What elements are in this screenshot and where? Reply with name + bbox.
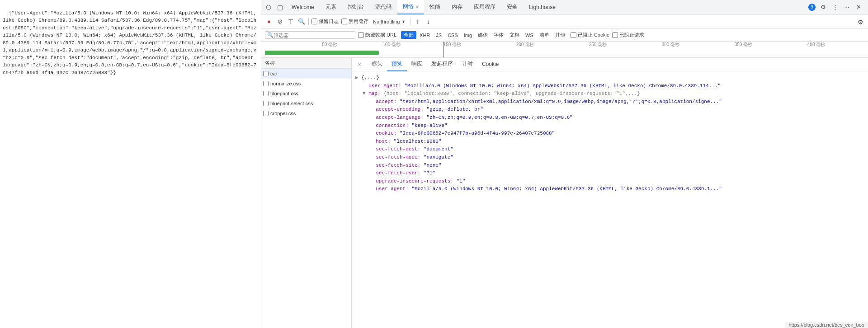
- search-button[interactable]: 🔍: [297, 18, 306, 26]
- tab-welcome[interactable]: Welcome: [286, 0, 320, 14]
- filter-type-css[interactable]: CSS: [445, 32, 461, 38]
- filter-button[interactable]: ⊤: [287, 18, 295, 26]
- detail-tab-headers[interactable]: 标头: [367, 58, 387, 71]
- preserve-log-input[interactable]: [311, 19, 317, 24]
- export-button[interactable]: ↓: [424, 18, 432, 26]
- network-list-item[interactable]: blueprint-select.css: [261, 98, 351, 108]
- preview-field-line: sec-fetch-mode: "navigate": [355, 154, 864, 162]
- disable-cache-checkbox[interactable]: 禁用缓存: [341, 18, 368, 25]
- network-list-item[interactable]: car: [261, 69, 351, 79]
- hide-data-url-checkbox[interactable]: 隐藏数据 URL: [358, 32, 396, 38]
- detail-tab-response[interactable]: 响应: [407, 58, 427, 71]
- network-list-item[interactable]: normalize.css: [261, 79, 351, 89]
- map-summary: {host: "localhost:8080", connection: "ke…: [383, 91, 640, 96]
- throttle-select[interactable]: No throttling ▼: [371, 18, 407, 25]
- preview-field-line: user-agent: "Mozilla/5.0 (Windows NT 10.…: [355, 185, 864, 193]
- field-key-8: sec-fetch-site:: [370, 163, 420, 168]
- timeline-tick: 100 毫秒: [382, 42, 400, 48]
- filter-type-img[interactable]: Img: [461, 32, 475, 38]
- preview-root-line: ▶ {,...}: [355, 74, 864, 82]
- filter-search-icon: 🔍: [267, 32, 274, 38]
- network-item-name: normalize.css: [270, 81, 348, 86]
- field-val-3: "keep-alive": [411, 123, 447, 128]
- network-settings-icon[interactable]: ⚙: [856, 18, 864, 26]
- field-key-4: cookie:: [370, 131, 396, 136]
- blocked-requests-checkbox[interactable]: 已阻止请求: [612, 32, 644, 38]
- ua-val: "Mozilla/5.0 (Windows NT 10.0; Win64; x6…: [404, 83, 721, 89]
- map-key: map:: [368, 91, 380, 96]
- network-item-checkbox[interactable]: [263, 101, 269, 106]
- network-item-checkbox[interactable]: [263, 81, 269, 86]
- network-list: 名称 carnormalize.cssblueprint.cssblueprin…: [261, 58, 352, 328]
- field-key-0: accept:: [370, 99, 396, 104]
- network-item-name: cropper.css: [270, 111, 348, 116]
- tab-network[interactable]: 网络 ×: [397, 0, 424, 14]
- filter-type-doc[interactable]: 文档: [507, 31, 522, 39]
- import-button[interactable]: ↑: [413, 18, 421, 26]
- detail-tab-preview[interactable]: 预览: [387, 58, 407, 71]
- tab-console[interactable]: 控制台: [342, 0, 370, 14]
- tab-performance[interactable]: 性能: [424, 0, 446, 14]
- timeline-bar-area: [265, 50, 864, 56]
- expand-root-icon[interactable]: ▶: [355, 75, 359, 80]
- filter-type-manifest[interactable]: 清单: [537, 31, 552, 39]
- blocked-requests-input[interactable]: [612, 32, 618, 38]
- filter-type-font[interactable]: 字体: [491, 31, 506, 39]
- blocked-cookies-checkbox[interactable]: 已阻止 Cookie: [571, 32, 609, 38]
- field-val-7: "navigate": [424, 155, 453, 160]
- filter-type-js[interactable]: JS: [433, 32, 444, 38]
- network-list-item[interactable]: cropper.css: [261, 108, 351, 118]
- more-icon[interactable]: ···: [843, 3, 851, 11]
- expand-map-icon[interactable]: ▼: [363, 91, 366, 96]
- preview-user-agent-line: User-Agent: "Mozilla/5.0 (Windows NT 10.…: [355, 82, 864, 90]
- disable-cache-input[interactable]: [341, 19, 347, 24]
- filter-type-xhr[interactable]: XHR: [417, 32, 433, 38]
- preserve-log-checkbox[interactable]: 保留日志: [311, 18, 339, 25]
- close-devtools-icon[interactable]: ✕: [854, 3, 863, 11]
- network-item-checkbox[interactable]: [263, 91, 269, 96]
- tab-security[interactable]: 安全: [501, 0, 524, 14]
- customize-icon[interactable]: ⋮: [831, 3, 839, 11]
- timeline-tick: 150 毫秒: [443, 42, 461, 48]
- filter-type-other[interactable]: 其他: [552, 31, 568, 39]
- clear-button[interactable]: ⊘: [276, 18, 284, 26]
- network-item-checkbox[interactable]: [263, 111, 269, 116]
- tab-memory[interactable]: 内存: [446, 0, 468, 14]
- filter-input-wrap[interactable]: 🔍: [265, 31, 355, 39]
- field-val-9: "?1": [424, 170, 435, 176]
- network-list-item[interactable]: blueprint.css: [261, 89, 351, 98]
- tab-cursor-icon[interactable]: ⬡: [263, 0, 274, 14]
- field-key-6: sec-fetch-dest:: [370, 146, 420, 152]
- filter-type-media[interactable]: 媒体: [475, 31, 491, 39]
- filter-type-all[interactable]: 全部: [401, 31, 416, 39]
- network-list-header: 名称: [261, 58, 351, 69]
- filter-types: 全部 XHR JS CSS Img 媒体 字体 文档 WS 清单 其他: [401, 31, 568, 39]
- tab-elements[interactable]: 元素: [320, 0, 342, 14]
- detail-tab-timing[interactable]: 计时: [458, 58, 477, 71]
- field-val-10: "1": [456, 178, 465, 184]
- field-val-5: "localhost:8080": [394, 139, 442, 144]
- record-button[interactable]: ●: [265, 18, 273, 26]
- settings-tab-icon[interactable]: ⚙: [819, 3, 827, 11]
- blocked-cookies-input[interactable]: [571, 32, 576, 38]
- tab-network-close[interactable]: ×: [415, 4, 418, 9]
- detail-tab-cookie[interactable]: Cookie: [477, 58, 503, 71]
- timeline-tick: 250 毫秒: [589, 42, 607, 48]
- issues-badge[interactable]: 9: [808, 4, 816, 11]
- network-item-checkbox[interactable]: [263, 71, 269, 76]
- detail-tab-initiator[interactable]: 发起程序: [427, 58, 458, 71]
- hide-data-url-input[interactable]: [358, 32, 364, 38]
- field-val-8: "none": [424, 163, 442, 168]
- tab-application[interactable]: 应用程序: [468, 0, 501, 14]
- filter-type-ws[interactable]: WS: [523, 32, 536, 38]
- tab-sources[interactable]: 源代码: [370, 0, 397, 14]
- filter-input[interactable]: [274, 33, 346, 38]
- detail-panel-close[interactable]: ×: [355, 61, 363, 69]
- preview-field-line: sec-fetch-user: "?1": [355, 169, 864, 178]
- tab-lighthouse[interactable]: Lighthouse: [524, 0, 561, 14]
- tab-square-icon[interactable]: ▢: [274, 0, 286, 14]
- preview-field-line: upgrade-insecure-requests: "1": [355, 178, 864, 186]
- preview-field-line: host: "localhost:8080": [355, 138, 864, 146]
- timeline-area[interactable]: 50 毫秒100 毫秒150 毫秒200 毫秒250 毫秒300 毫秒350 毫…: [261, 42, 868, 58]
- network-item-name: car: [270, 71, 348, 76]
